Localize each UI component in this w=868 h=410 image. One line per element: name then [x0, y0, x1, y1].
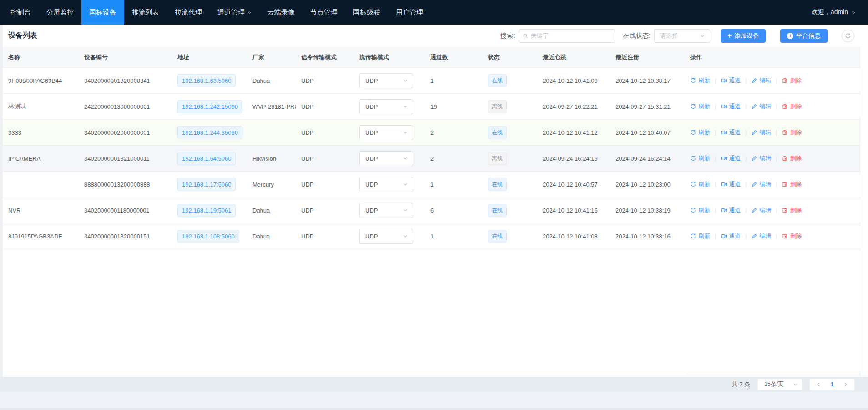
chevron-down-icon	[247, 10, 252, 15]
status-badge: 在线	[488, 126, 507, 139]
add-device-button[interactable]: + 添加设备	[721, 29, 766, 43]
table-row: 88880000013200000888 192.168.1.17:5060 M…	[3, 172, 860, 197]
last-register: 2024-10-12 10:38:19	[616, 207, 671, 214]
nav-tab[interactable]: 云端录像	[260, 0, 303, 25]
table-row: NVR 34020000001180000001 192.168.1.19:50…	[3, 197, 860, 223]
channel-action[interactable]: 通道	[721, 180, 741, 188]
refresh-action[interactable]: 刷新	[690, 180, 710, 188]
platform-info-button[interactable]: i 平台信息	[780, 29, 828, 43]
page-size-select[interactable]: 15条/页	[757, 379, 802, 390]
trash-icon	[782, 207, 788, 213]
refresh-action[interactable]: 刷新	[690, 128, 710, 137]
reload-list-button[interactable]	[842, 30, 854, 42]
channel-action[interactable]: 通道	[721, 76, 741, 85]
refresh-action[interactable]: 刷新	[690, 76, 710, 85]
nav-tab[interactable]: 拉流代理	[167, 0, 210, 25]
edit-action[interactable]: 编辑	[751, 232, 771, 240]
delete-action[interactable]: 删除	[782, 180, 802, 188]
delete-action[interactable]: 删除	[782, 206, 802, 214]
status-badge: 在线	[488, 230, 507, 243]
column-header-channels: 通道数	[425, 53, 482, 61]
device-id: 34020000001321000011	[84, 155, 150, 162]
signal-transport-mode: UDP	[301, 129, 313, 136]
chevron-down-icon	[403, 104, 408, 109]
refresh-icon	[690, 181, 696, 187]
next-page-button[interactable]	[839, 379, 853, 390]
last-heartbeat: 2024-09-27 16:22:21	[543, 103, 598, 110]
edit-action[interactable]: 编辑	[751, 76, 771, 85]
trash-icon	[782, 129, 788, 136]
refresh-action[interactable]: 刷新	[690, 206, 710, 214]
search-input[interactable]	[531, 32, 611, 39]
nav-tab[interactable]: 节点管理	[303, 0, 345, 25]
refresh-action[interactable]: 刷新	[690, 232, 710, 240]
channel-action[interactable]: 通道	[721, 232, 741, 240]
stream-mode-select[interactable]: UDP	[359, 229, 413, 244]
edit-action[interactable]: 编辑	[751, 180, 771, 188]
edit-action[interactable]: 编辑	[751, 102, 771, 111]
nav-tab[interactable]: 通道管理	[210, 0, 260, 25]
nav-tab[interactable]: 分屏监控	[39, 0, 81, 25]
last-register: 2024-10-12 10:40:07	[616, 129, 671, 136]
stream-mode-select[interactable]: UDP	[359, 73, 413, 88]
trash-icon	[782, 155, 788, 162]
channel-action[interactable]: 通道	[721, 206, 741, 214]
nav-tab[interactable]: 推流列表	[124, 0, 167, 25]
chevron-down-icon	[403, 78, 408, 83]
nav-tab[interactable]: 国标级联	[345, 0, 388, 25]
channel-action[interactable]: 通道	[721, 154, 741, 162]
signal-transport-mode: UDP	[301, 103, 313, 110]
refresh-icon	[690, 103, 696, 110]
video-camera-icon	[721, 77, 727, 84]
action-divider: |	[745, 129, 747, 136]
device-id: 34020000001320000151	[84, 233, 150, 240]
delete-action[interactable]: 删除	[782, 76, 802, 85]
chevron-down-icon	[403, 156, 408, 161]
nav-tab[interactable]: 用户管理	[388, 0, 431, 25]
manufacturer: Hikvision	[252, 155, 276, 162]
edit-action[interactable]: 编辑	[751, 206, 771, 214]
edit-action[interactable]: 编辑	[751, 128, 771, 137]
refresh-icon	[690, 155, 696, 162]
device-name: NVR	[8, 207, 20, 214]
online-status-select[interactable]: 请选择	[654, 29, 710, 43]
edit-pencil-icon	[751, 155, 757, 162]
stream-mode-select[interactable]: UDP	[359, 177, 413, 192]
channel-action[interactable]: 通道	[721, 128, 741, 137]
user-menu[interactable]: 欢迎，admin	[812, 0, 868, 25]
stream-mode-select[interactable]: UDP	[359, 203, 413, 218]
reload-icon	[845, 33, 851, 39]
refresh-action[interactable]: 刷新	[690, 154, 710, 162]
nav-tab[interactable]: 国标设备	[81, 0, 124, 25]
channel-action[interactable]: 通道	[721, 102, 741, 111]
stream-mode-select[interactable]: UDP	[359, 125, 413, 140]
prev-page-button[interactable]	[812, 379, 825, 390]
search-box	[519, 29, 615, 43]
device-address-badge: 192.168.1.17:5060	[177, 178, 236, 191]
column-header-actions: 操作	[685, 53, 860, 61]
table-row: 3333 34020000002000000001 192.168.1.244:…	[3, 120, 860, 146]
plus-icon: +	[727, 32, 732, 40]
column-header-name: 名称	[3, 53, 79, 61]
delete-action[interactable]: 删除	[782, 154, 802, 162]
nav-tab[interactable]: 控制台	[3, 0, 39, 25]
refresh-icon	[690, 77, 696, 84]
last-heartbeat: 2024-10-12 10:41:09	[543, 77, 598, 84]
delete-action[interactable]: 删除	[782, 128, 802, 137]
last-heartbeat: 2024-10-12 10:41:12	[543, 129, 598, 136]
stream-mode-select[interactable]: UDP	[359, 151, 413, 166]
table-header-row: 名称 设备编号 地址 厂家 信令传输模式 流传输模式 通道数 状态 最近心跳 最…	[3, 47, 860, 68]
device-id: 34020000002000000001	[84, 129, 150, 136]
edit-action[interactable]: 编辑	[751, 154, 771, 162]
manufacturer: Dahua	[252, 77, 270, 84]
last-register: 2024-09-24 16:24:14	[616, 155, 671, 162]
page-number[interactable]: 1	[825, 381, 839, 388]
action-divider: |	[715, 77, 716, 84]
stream-mode-select[interactable]: UDP	[359, 99, 413, 114]
delete-action[interactable]: 删除	[782, 102, 802, 111]
last-heartbeat: 2024-10-12 10:41:08	[543, 233, 598, 240]
refresh-action[interactable]: 刷新	[690, 102, 710, 111]
delete-action[interactable]: 删除	[782, 232, 802, 240]
stream-mode-value: UDP	[365, 103, 378, 110]
device-address-badge: 192.168.1.64:5060	[177, 152, 236, 165]
